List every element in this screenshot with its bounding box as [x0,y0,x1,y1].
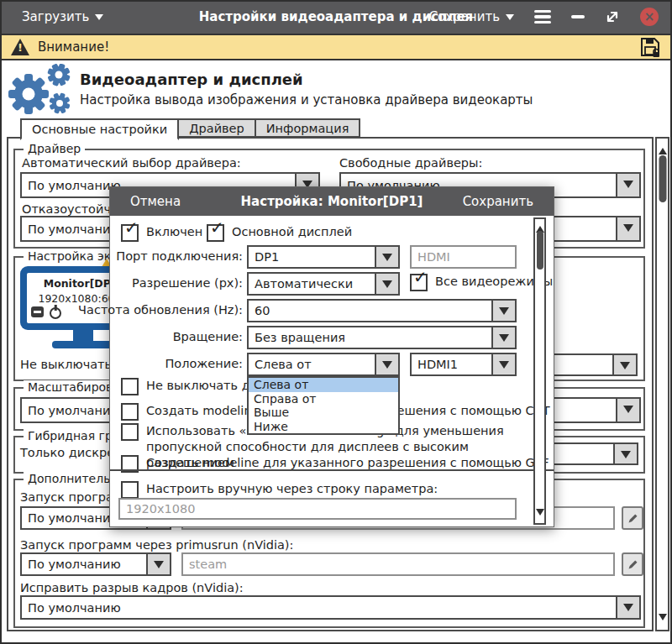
manual-label: Настроить вручную через строку параметра… [146,481,438,497]
position-target-select[interactable]: HDMI1 [410,353,517,376]
dialog-scrollbar-thumb[interactable] [537,231,543,270]
dialog-divider [110,469,554,471]
dialog-save-button[interactable]: Сохранить [463,194,533,209]
primusrun-label: Запуск программ через primusrun (nVidia)… [20,538,293,552]
select-arrow-icon[interactable] [146,554,170,574]
scroll-up-icon[interactable] [659,144,667,154]
monitor-power-icon[interactable] [50,307,61,319]
rotation-select[interactable]: Без вращения [247,326,517,349]
cvt-checkbox[interactable] [121,403,139,421]
tab-main-settings[interactable]: Основные настройки [20,118,179,140]
primusrun-edit-button[interactable] [622,552,643,576]
tearfree-label: Исправить разрыв кадров (nVidia): [20,581,244,594]
minimize-button[interactable] [571,15,585,18]
gears-icon [7,64,77,116]
select-arrow-icon[interactable] [616,174,639,196]
port-custom-input[interactable] [410,245,517,269]
page-title: Видеоадаптер и дисплей [80,71,303,88]
refresh-label: Частота обновления (Hz): [78,303,243,317]
monitor-stand-base [52,341,114,348]
primary-label: Основной дисплей [232,224,352,240]
enabled-checkbox-row[interactable]: Включен [121,224,202,242]
tab-driver[interactable]: Драйвер [177,118,256,138]
save-menu-label: Сохранить [429,9,500,24]
resolution-label: Разрешение (px): [132,276,243,290]
page-subtitle: Настройка вывода изображения и установка… [80,92,533,107]
warning-icon [11,39,29,55]
tab-info[interactable]: Информация [255,118,361,138]
select-arrow-icon[interactable] [491,327,515,348]
position-select[interactable]: Слева от [247,353,400,376]
enabled-label: Включен [146,224,202,240]
primary-checkbox[interactable] [207,224,224,242]
dialog-header: Отмена Настройка: Monitor[DP1] Сохранить [110,187,554,216]
primusrun-select[interactable]: По умолчанию [20,552,171,576]
save-menu-button[interactable]: Сохранить [429,9,514,24]
pencil-icon [627,558,639,571]
option-above[interactable]: Выше [249,406,398,420]
all-modes-checkbox[interactable] [410,274,428,291]
scrollbar-thumb[interactable] [659,155,666,202]
close-button[interactable]: × [640,8,659,26]
save-file-icon[interactable] [639,36,661,58]
hamburger-menu-icon[interactable] [534,10,551,24]
rotation-label: Вращение: [173,330,243,343]
select-arrow-icon[interactable] [491,301,515,321]
tearfree-select[interactable]: По умолчанию [20,595,641,620]
refresh-select[interactable]: 60 [247,299,517,322]
position-label: Положение: [165,357,243,370]
titlebar: Загрузить Настройки видеоадаптера и дисп… [0,0,672,34]
option-left-of[interactable]: Слева от [249,378,398,392]
monitor-minimize-button[interactable] [31,306,44,317]
select-arrow-icon[interactable] [613,444,637,463]
option-below[interactable]: Ниже [249,420,398,434]
select-arrow-icon[interactable] [616,217,639,240]
select-arrow-icon[interactable] [375,354,398,374]
manual-param-input[interactable] [118,498,517,520]
select-arrow-icon[interactable] [491,354,515,374]
select-arrow-icon[interactable] [375,274,398,294]
auto-driver-label: Автоматический выбор драйвера: [22,156,241,170]
caret-down-icon [506,14,514,24]
resolution-select[interactable]: Автоматически [247,272,400,296]
primusrun-input[interactable] [181,552,615,576]
port-label: Порт подключения: [116,249,243,263]
free-drivers-label: Свободные драйверы: [339,156,482,170]
primary-checkbox-row[interactable]: Основной дисплей [207,224,352,242]
select-arrow-icon[interactable] [375,247,398,267]
manual-checkbox[interactable] [121,481,139,499]
manual-checkbox-row[interactable]: Настроить вручную через строку параметра… [121,481,438,499]
select-arrow-icon[interactable] [616,597,639,618]
scroll-down-icon[interactable] [659,614,667,625]
monitor-stand [73,330,93,341]
select-arrow-icon[interactable] [612,355,636,374]
dpms-checkbox[interactable] [121,378,139,395]
warning-bar: Внимание! [0,34,672,60]
position-options-list: Слева от Справа от Выше Ниже [247,376,400,435]
pencil-icon [627,512,639,525]
select-arrow-icon[interactable] [616,399,639,421]
dialog-scrollbar[interactable] [533,217,546,525]
port-select[interactable]: DP1 [247,245,400,269]
scroll-down-icon[interactable] [536,509,544,520]
main-scrollbar[interactable] [655,137,669,631]
option-right-of[interactable]: Справа от [249,392,398,406]
expand-icon[interactable] [605,9,620,24]
optirun-edit-button[interactable] [622,506,643,530]
cvt-rb-checkbox[interactable] [121,423,139,441]
warning-text: Внимание! [38,39,109,55]
tab-bar: Основные настройки Драйвер Информация [20,118,360,140]
monitor-settings-dialog: Отмена Настройка: Monitor[DP1] Сохранить… [109,186,554,527]
enabled-checkbox[interactable] [121,224,139,242]
group-driver-legend: Драйвер [24,142,85,155]
all-modes-checkbox-row[interactable]: Все видеорежимы [410,274,553,291]
